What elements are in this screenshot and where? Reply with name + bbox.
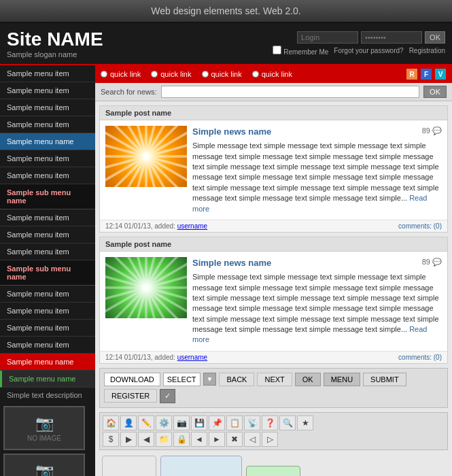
- user-icon[interactable]: 👤: [120, 415, 137, 430]
- select-arrow-button[interactable]: ▼: [203, 373, 217, 386]
- clipboard-icon[interactable]: 📋: [226, 415, 243, 430]
- post-title-0[interactable]: Simple news name: [192, 126, 271, 138]
- play-icon[interactable]: ▶: [120, 432, 137, 447]
- search-input[interactable]: [161, 86, 420, 98]
- nav-link-2[interactable]: quick link: [202, 70, 242, 78]
- nav-link-label-0: quick link: [110, 70, 141, 78]
- login-row: OK: [297, 31, 445, 44]
- sidebar-item-9[interactable]: Sample menu item: [0, 226, 95, 243]
- rss-small-icon[interactable]: 📡: [244, 415, 260, 430]
- nav-radio-0[interactable]: [101, 71, 107, 78]
- post-title-row-0: Simple news name 89 💬: [192, 126, 442, 138]
- check-button[interactable]: ✓: [160, 389, 175, 403]
- forgot-password-link[interactable]: Forgot your password?: [334, 47, 403, 54]
- sidebar-description: Simple text description: [0, 388, 95, 403]
- help-icon[interactable]: ❓: [262, 415, 278, 430]
- login-ok-button[interactable]: OK: [425, 31, 445, 44]
- icon-row-1: 🏠 👤 ✏️ ⚙️ 📷 💾 📌 📋 📡 ❓ 🔍 ★: [103, 415, 445, 430]
- lock-icon[interactable]: 🔒: [173, 432, 190, 447]
- comments-link-1[interactable]: comments: (0): [398, 354, 442, 361]
- sidebar-item-17[interactable]: Sample menu name: [0, 371, 95, 388]
- read-more-0[interactable]: Read more: [192, 194, 427, 212]
- register-button[interactable]: REGISTER: [104, 389, 157, 403]
- folder-icon[interactable]: 📁: [156, 432, 172, 447]
- menu-button[interactable]: MENU: [324, 373, 360, 386]
- login-input[interactable]: [297, 31, 358, 44]
- next-button[interactable]: NEXT: [257, 373, 292, 386]
- facebook-icon[interactable]: F: [420, 68, 432, 80]
- sidebar: Sample menu itemSample menu itemSample m…: [0, 65, 95, 476]
- nav-link-0[interactable]: quick link: [101, 70, 141, 78]
- back-small-icon[interactable]: ◄: [191, 432, 207, 447]
- site-slogan: Sample slogan name: [7, 50, 103, 58]
- site-identity: Site NAME Sample slogan name: [7, 29, 103, 58]
- top-banner: Web design elements set. Web 2.0.: [0, 0, 452, 23]
- left-icon[interactable]: ◁: [244, 432, 260, 447]
- nav-radio-1[interactable]: [151, 71, 158, 78]
- search-bar: Search for news: OK: [95, 83, 452, 101]
- sidebar-images: 📷 NO IMAGE 📷 NO IMAGE: [0, 403, 95, 476]
- sidebar-image-1[interactable]: 📷 NO IMAGE: [3, 406, 85, 450]
- post-header-1: Sample post name: [100, 237, 447, 252]
- sidebar-item-6[interactable]: Sample menu item: [0, 167, 95, 184]
- nav-link-1[interactable]: quick link: [151, 70, 191, 78]
- home-icon[interactable]: 🏠: [103, 415, 119, 430]
- comments-link-0[interactable]: comments: (0): [398, 222, 442, 230]
- post-author-0[interactable]: username: [177, 222, 207, 230]
- close-icon[interactable]: ✖: [226, 432, 243, 447]
- right-icon[interactable]: ▷: [262, 432, 278, 447]
- remember-checkbox[interactable]: [273, 46, 281, 54]
- post-author-1[interactable]: username: [177, 354, 207, 361]
- sidebar-item-15[interactable]: Sample menu item: [0, 337, 95, 354]
- post-footer-1: 12:14 01/01/13, added: username comments…: [100, 351, 447, 363]
- ok-button[interactable]: OK: [295, 373, 321, 386]
- sidebar-item-4[interactable]: Sample menu name: [0, 133, 95, 150]
- sidebar-item-1[interactable]: Sample menu item: [0, 82, 95, 99]
- post-text-1: Simple news name 89 💬 Simple message tex…: [192, 257, 442, 345]
- sidebar-item-0[interactable]: Sample menu item: [0, 65, 95, 82]
- sidebar-item-7: Sample sub menu name: [0, 184, 95, 209]
- remember-row: Remember Me Forgot your password? Regist…: [273, 46, 445, 56]
- post-body-0: Simple message text simple message text …: [192, 141, 442, 214]
- speech-bubble-green: [246, 466, 300, 476]
- sidebar-item-11: Sample sub menu name: [0, 260, 95, 286]
- sidebar-item-16[interactable]: Sample menu name: [0, 354, 95, 371]
- camera-icon[interactable]: 📷: [173, 415, 190, 430]
- prev-icon[interactable]: ◀: [138, 432, 154, 447]
- submit-button[interactable]: SUBMIT: [363, 373, 406, 386]
- sidebar-image-2[interactable]: 📷 NO IMAGE: [3, 454, 85, 476]
- login-area: OK Remember Me Forgot your password? Reg…: [273, 31, 445, 56]
- post-title-1[interactable]: Simple news name: [192, 257, 271, 269]
- download-button[interactable]: DOWNLOAD: [104, 373, 160, 386]
- gear-icon[interactable]: ⚙️: [156, 415, 172, 430]
- edit-icon[interactable]: ✏️: [138, 415, 154, 430]
- post-count-0: 89 💬: [422, 126, 442, 136]
- sidebar-item-2[interactable]: Sample menu item: [0, 99, 95, 116]
- sidebar-item-13[interactable]: Sample menu item: [0, 303, 95, 320]
- sidebar-item-8[interactable]: Sample menu item: [0, 209, 95, 226]
- sidebar-item-12[interactable]: Sample menu item: [0, 286, 95, 303]
- save-icon[interactable]: 💾: [191, 415, 207, 430]
- star-icon[interactable]: ★: [297, 415, 313, 430]
- password-input[interactable]: [361, 31, 422, 44]
- fwd-small-icon[interactable]: ►: [209, 432, 225, 447]
- registration-link[interactable]: Registration: [409, 47, 445, 54]
- search-ok-button[interactable]: OK: [423, 86, 447, 98]
- sidebar-item-14[interactable]: Sample menu item: [0, 320, 95, 337]
- icon-grid: 🏠 👤 ✏️ ⚙️ 📷 💾 📌 📋 📡 ❓ 🔍 ★ $ ▶ ◀ 📁 🔒 ◄: [99, 412, 448, 450]
- sidebar-item-3[interactable]: Sample menu item: [0, 116, 95, 133]
- nav-link-3[interactable]: quick link: [252, 70, 292, 78]
- rss-icon[interactable]: R: [406, 68, 418, 80]
- nav-radio-2[interactable]: [202, 71, 209, 78]
- back-button[interactable]: BACK: [219, 373, 254, 386]
- sidebar-item-5[interactable]: Sample menu item: [0, 150, 95, 167]
- dollar-icon[interactable]: $: [103, 432, 119, 447]
- twitter-icon[interactable]: V: [434, 68, 447, 80]
- sidebar-item-10[interactable]: Sample menu item: [0, 243, 95, 260]
- select-button[interactable]: SELECT: [163, 373, 201, 386]
- camera-icon-2: 📷: [35, 462, 54, 477]
- read-more-1[interactable]: Read more: [192, 325, 427, 343]
- search-icon[interactable]: 🔍: [279, 415, 296, 430]
- pin-icon[interactable]: 📌: [209, 415, 225, 430]
- nav-radio-3[interactable]: [252, 71, 259, 78]
